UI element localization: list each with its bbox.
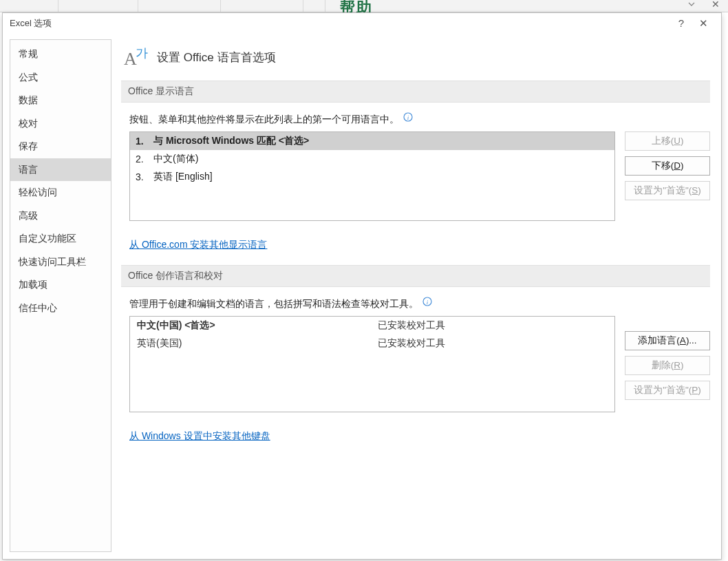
svg-text:가: 가 bbox=[136, 46, 148, 60]
list-item-text: 与 Microsoft Windows 匹配 <首选> bbox=[153, 135, 309, 147]
svg-text:i: i bbox=[407, 114, 409, 121]
author-language-list[interactable]: 中文(中国) <首选> 已安装校对工具 英语(美国) 已安装校对工具 bbox=[129, 316, 615, 412]
move-down-button[interactable]: 下移(D) bbox=[625, 156, 710, 176]
list-item[interactable]: 英语(美国) 已安装校对工具 bbox=[130, 335, 614, 352]
info-icon[interactable]: i bbox=[422, 297, 432, 306]
svg-text:i: i bbox=[426, 299, 428, 306]
author-item-lang: 英语(美国) bbox=[137, 337, 378, 350]
list-item[interactable]: 中文(中国) <首选> 已安装校对工具 bbox=[130, 317, 614, 335]
add-language-button[interactable]: 添加语言(A)... bbox=[625, 331, 710, 350]
author-section-desc: 管理用于创建和编辑文档的语言，包括拼写和语法检查等校对工具。 bbox=[129, 299, 418, 309]
sidebar-item-language[interactable]: 语言 bbox=[10, 158, 111, 182]
sidebar-item-save[interactable]: 保存 bbox=[10, 135, 111, 158]
author-item-lang: 中文(中国) <首选> bbox=[137, 319, 378, 332]
sidebar-item-proofing[interactable]: 校对 bbox=[10, 112, 111, 136]
dialog-titlebar: Excel 选项 ? ✕ bbox=[3, 13, 721, 34]
bg-close-icon[interactable]: ✕ bbox=[709, 0, 722, 10]
author-item-status: 已安装校对工具 bbox=[378, 319, 445, 332]
sidebar-item-addins[interactable]: 加载项 bbox=[10, 273, 111, 297]
sidebar-item-trust[interactable]: 信任中心 bbox=[10, 297, 111, 320]
display-section-desc: 按钮、菜单和其他控件将显示在此列表上的第一个可用语言中。 bbox=[129, 114, 399, 125]
list-item-num: 1. bbox=[136, 136, 153, 147]
author-section-header: Office 创作语言和校对 bbox=[121, 265, 710, 287]
set-preferred-display-button[interactable]: 设置为"首选"(S) bbox=[625, 181, 710, 200]
set-preferred-author-button[interactable]: 设置为"首选"(P) bbox=[625, 381, 710, 400]
sidebar-item-formulas[interactable]: 公式 bbox=[10, 66, 111, 89]
sidebar-item-ribbon[interactable]: 自定义功能区 bbox=[10, 227, 111, 251]
language-icon: A 가 bbox=[122, 46, 150, 68]
remove-language-button[interactable]: 删除(R) bbox=[625, 356, 710, 375]
list-item[interactable]: 2. 中文(简体) bbox=[130, 150, 614, 168]
sidebar-item-data[interactable]: 数据 bbox=[10, 89, 111, 112]
sidebar-item-qat[interactable]: 快速访问工具栏 bbox=[10, 251, 111, 274]
list-item[interactable]: 3. 英语 [English] bbox=[130, 168, 614, 186]
list-item-num: 2. bbox=[136, 154, 153, 165]
info-icon[interactable]: i bbox=[403, 112, 413, 122]
options-dialog: Excel 选项 ? ✕ 常规 公式 数据 校对 保存 语言 轻松访问 高级 自… bbox=[2, 12, 722, 560]
sidebar-item-general[interactable]: 常规 bbox=[10, 43, 111, 66]
list-item-text: 英语 [English] bbox=[153, 171, 213, 183]
display-language-list[interactable]: 1. 与 Microsoft Windows 匹配 <首选> 2. 中文(简体)… bbox=[129, 131, 615, 221]
display-section-header: Office 显示语言 bbox=[121, 81, 710, 103]
page-title: 设置 Office 语言首选项 bbox=[157, 50, 276, 65]
move-up-button[interactable]: 上移(U) bbox=[625, 131, 710, 151]
list-item-num: 3. bbox=[136, 171, 153, 182]
background-toolbar: 帮助 ✕ bbox=[0, 0, 728, 12]
install-display-lang-link[interactable]: 从 Office.com 安装其他显示语言 bbox=[129, 239, 267, 251]
bg-dropdown-icon[interactable] bbox=[685, 0, 698, 9]
sidebar-item-advanced[interactable]: 高级 bbox=[10, 204, 111, 228]
list-item[interactable]: 1. 与 Microsoft Windows 匹配 <首选> bbox=[130, 132, 614, 150]
author-item-status: 已安装校对工具 bbox=[378, 337, 445, 350]
sidebar-item-ease[interactable]: 轻松访问 bbox=[10, 181, 111, 204]
install-keyboard-link[interactable]: 从 Windows 设置中安装其他键盘 bbox=[129, 430, 270, 443]
list-item-text: 中文(简体) bbox=[153, 153, 198, 165]
dialog-title: Excel 选项 bbox=[10, 17, 52, 30]
dialog-close-button[interactable]: ✕ bbox=[692, 16, 714, 31]
sidebar: 常规 公式 数据 校对 保存 语言 轻松访问 高级 自定义功能区 快速访问工具栏… bbox=[10, 39, 111, 552]
main-content: A 가 设置 Office 语言首选项 Office 显示语言 按钮、菜单和其他… bbox=[121, 39, 714, 552]
dialog-help-button[interactable]: ? bbox=[670, 16, 692, 31]
